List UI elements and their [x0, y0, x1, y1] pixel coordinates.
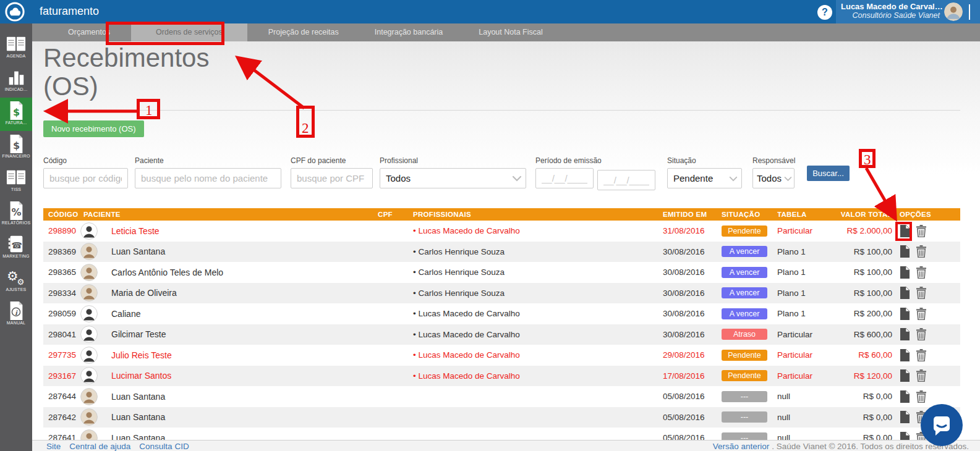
- trash-icon[interactable]: [916, 266, 927, 279]
- responsavel-select[interactable]: Todos: [752, 168, 795, 188]
- table-row[interactable]: 298041Gilcimar Teste• Lucas Macedo de Ca…: [43, 324, 960, 345]
- sidebar-item-financeiro[interactable]: $ FINANCEIRO: [0, 131, 32, 164]
- profissional-select[interactable]: Todos: [380, 168, 526, 188]
- professional-name: • Lucas Macedo de Carvalho: [413, 330, 663, 339]
- document-icon[interactable]: [900, 390, 910, 403]
- table-header-cell: OPÇÕES: [895, 211, 960, 218]
- trash-icon[interactable]: [916, 349, 927, 361]
- trash-icon[interactable]: [916, 225, 927, 237]
- os-codigo: 298890: [43, 226, 80, 235]
- tab-projecao-receitas[interactable]: Projeção de receitas: [254, 23, 354, 41]
- trash-icon[interactable]: [916, 328, 927, 340]
- sidebar-item-marketing[interactable]: ☎ MARKETING: [0, 231, 32, 264]
- sidebar-item-manual[interactable]: i MANUAL: [0, 298, 32, 331]
- annotation-highlight-doc-icon: [895, 222, 912, 241]
- footer-link-1[interactable]: Site: [46, 442, 61, 451]
- total-value: R$ 2.000,00: [836, 226, 895, 235]
- status-badge: Pendente: [722, 225, 777, 237]
- document-icon[interactable]: [900, 287, 910, 299]
- codigo-input[interactable]: [43, 168, 128, 188]
- table-row[interactable]: 298890Leticia Teste• Lucas Macedo de Car…: [43, 221, 960, 242]
- emitted-date: 31/08/2016: [663, 226, 722, 235]
- price-table: Particular: [777, 226, 836, 235]
- table-header-cell: TABELA: [777, 211, 836, 218]
- trash-icon[interactable]: [916, 287, 927, 299]
- patient-name: Luan Santana: [103, 433, 357, 440]
- periodo-from-input[interactable]: [535, 168, 594, 188]
- document-icon[interactable]: [900, 245, 910, 258]
- document-icon[interactable]: [900, 369, 910, 382]
- trash-icon[interactable]: [916, 308, 927, 320]
- row-options: [895, 245, 960, 258]
- total-value: R$ 120,00: [836, 371, 895, 381]
- cloud-logo-icon[interactable]: [5, 2, 25, 22]
- user-menu[interactable]: Lucas Macedo de Carval… Consultório Saúd…: [836, 0, 980, 23]
- new-receipt-button[interactable]: Novo recebimento (OS): [43, 120, 144, 137]
- marketing-phonebook-icon: ☎: [6, 234, 27, 254]
- periodo-to-input[interactable]: [597, 170, 655, 190]
- tab-integracao-bancaria[interactable]: Integração bancária: [360, 23, 458, 41]
- situacao-select[interactable]: Pendente: [667, 168, 742, 188]
- sidebar-item-relatorios[interactable]: % RELATÓRIOS: [0, 198, 32, 231]
- table-row[interactable]: 287641Luan Santana05/08/2016---nullR$ 0,…: [43, 428, 960, 440]
- document-icon[interactable]: [900, 411, 910, 423]
- table-header-cell: EMITIDO EM: [663, 211, 722, 218]
- cpf-input[interactable]: [291, 168, 373, 188]
- sidebar-item-ajustes[interactable]: ⚙⚙ AJUSTES: [0, 264, 32, 298]
- os-codigo: 297735: [43, 350, 80, 360]
- sidebar-item-label: AJUSTES: [0, 287, 32, 292]
- document-icon[interactable]: [900, 328, 910, 340]
- table-row[interactable]: 287644Luan Santana05/08/2016---nullR$ 0,…: [43, 386, 960, 407]
- os-codigo: 287641: [43, 433, 80, 440]
- situacao-label: Situação: [667, 156, 742, 165]
- sidebar-item-label: RELATÓRIOS: [0, 221, 32, 225]
- profissional-label: Profissional: [380, 156, 526, 165]
- sidebar-item-indicadores[interactable]: INDICAD...: [0, 64, 32, 98]
- patient-avatar: [80, 388, 103, 405]
- trash-icon[interactable]: [916, 245, 927, 258]
- help-button[interactable]: ?: [817, 5, 832, 20]
- emitted-date: 05/08/2016: [663, 433, 722, 440]
- trash-icon[interactable]: [916, 369, 927, 382]
- row-options: [895, 287, 960, 299]
- table-row[interactable]: 287642Luan Santana05/08/2016---nullR$ 0,…: [43, 407, 960, 428]
- paciente-input[interactable]: [135, 168, 281, 188]
- buscar-button[interactable]: Buscar...: [807, 166, 850, 181]
- patient-avatar: [80, 408, 103, 426]
- table-row[interactable]: 298334Maria de Oliveira• Carlos Henrique…: [43, 283, 960, 304]
- tab-layout-nota-fiscal[interactable]: Layout Nota Fiscal: [464, 23, 558, 41]
- document-icon[interactable]: [900, 308, 910, 320]
- row-options: [895, 266, 960, 279]
- title-divider: [43, 110, 960, 111]
- document-icon[interactable]: [900, 432, 910, 440]
- versao-anterior-link[interactable]: Versão anterior: [713, 442, 770, 451]
- receipts-table: CÓDIGOPACIENTECPFPROFISSIONAISEMITIDO EM…: [43, 208, 960, 440]
- chat-bubble-button[interactable]: [921, 404, 963, 446]
- professional-name: • Carlos Henrique Souza: [413, 268, 663, 277]
- total-value: R$ 100,00: [836, 268, 895, 277]
- sidebar-item-tiss[interactable]: TISS: [0, 164, 32, 198]
- patient-avatar: [80, 347, 103, 364]
- annotation-number-1: 1: [145, 103, 153, 117]
- footer-link-2[interactable]: Central de ajuda: [69, 442, 130, 451]
- codigo-label: Código: [43, 156, 128, 165]
- invoice-dollar-icon: $: [6, 101, 27, 120]
- sidebar-item-agenda[interactable]: AGENDA: [0, 31, 32, 64]
- patient-name: Caliane: [103, 309, 357, 319]
- sidebar-item-label: MANUAL: [0, 321, 32, 325]
- total-value: R$ 60,00: [836, 350, 895, 360]
- chevron-down-icon: [729, 173, 738, 183]
- table-row[interactable]: 298365Carlos Antônio Teles de Melo• Carl…: [43, 262, 960, 283]
- sidebar-item-faturamento[interactable]: $ FATURA...: [0, 98, 32, 131]
- footer-link-3[interactable]: Consulta CID: [139, 442, 189, 451]
- trash-icon[interactable]: [916, 390, 927, 403]
- table-row[interactable]: 298369Luan Santana• Carlos Henrique Souz…: [43, 242, 960, 263]
- table-row[interactable]: 293167Lucimar Santos• Lucas Macedo de Ca…: [43, 366, 960, 387]
- document-icon[interactable]: [900, 266, 910, 279]
- bar-chart-icon: [6, 67, 27, 87]
- annotation-box-2: 2: [296, 106, 315, 138]
- table-row[interactable]: 297735Julio Reis Teste• Lucas Macedo de …: [43, 345, 960, 366]
- table-row[interactable]: 298059Caliane• Lucas Macedo de Carvalho3…: [43, 303, 960, 324]
- document-icon[interactable]: [900, 349, 910, 361]
- status-badge: A vencer: [722, 308, 777, 319]
